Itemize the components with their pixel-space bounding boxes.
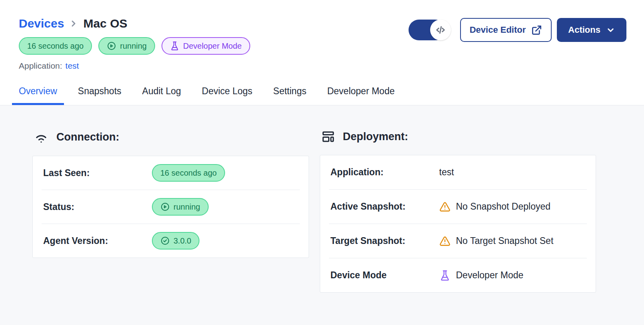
deployment-application-row: Application: test <box>320 155 596 189</box>
agent-version-value-badge: 3.0.0 <box>152 232 199 250</box>
device-mode-label: Device Mode <box>331 270 439 281</box>
warning-triangle-icon <box>439 201 451 212</box>
overview-panel: Connection: Last Seen: 16 seconds ago St… <box>0 105 644 325</box>
deployment-section: Deployment: Application: test Active Sna… <box>320 129 596 293</box>
last-seen-value-badge: 16 seconds ago <box>152 164 225 182</box>
tab-snapshots-label: Snapshots <box>78 86 122 96</box>
device-mode-value: Developer Mode <box>456 270 524 281</box>
header-left: Devices Mac OS 16 seconds ago running <box>19 17 250 71</box>
running-status-badge: running <box>98 37 155 55</box>
last-seen-badge-label: 16 seconds ago <box>27 41 84 51</box>
tab-settings-label: Settings <box>273 86 306 96</box>
warning-triangle-icon <box>439 236 451 247</box>
actions-button-label: Actions <box>568 25 600 35</box>
actions-button[interactable]: Actions <box>557 18 626 42</box>
connection-title-text: Connection: <box>56 131 119 143</box>
last-seen-row: Last Seen: 16 seconds ago <box>33 156 309 190</box>
tab-device-logs[interactable]: Device Logs <box>195 82 259 105</box>
application-label: Application: <box>19 61 62 71</box>
active-snapshot-value: No Snapshot Deployed <box>456 201 551 212</box>
last-seen-badge: 16 seconds ago <box>19 37 92 55</box>
status-value: running <box>173 202 200 212</box>
tab-snapshots[interactable]: Snapshots <box>71 82 128 105</box>
tab-developer-mode[interactable]: Developer Mode <box>320 82 401 105</box>
wifi-icon <box>34 129 49 145</box>
deployment-application-label: Application: <box>331 167 439 178</box>
tab-audit-log[interactable]: Audit Log <box>136 82 188 105</box>
deployment-section-title: Deployment: <box>320 129 596 144</box>
chevron-down-icon <box>606 26 615 35</box>
play-circle-icon <box>107 41 116 51</box>
deployment-application-value: test <box>439 167 454 178</box>
running-badge-label: running <box>120 41 147 51</box>
flask-icon <box>170 41 179 51</box>
developer-mode-badge-label: Developer Mode <box>183 41 242 51</box>
status-label: Status: <box>43 202 152 212</box>
agent-version-row: Agent Version: 3.0.0 <box>33 224 309 258</box>
header-actions: Device Editor Actions <box>409 18 626 42</box>
target-snapshot-value: No Target Snapshot Set <box>456 236 554 246</box>
tab-bar: Overview Snapshots Audit Log Device Logs… <box>0 82 644 105</box>
check-circle-icon <box>160 236 170 246</box>
external-link-icon <box>531 25 542 36</box>
flask-icon <box>439 270 451 281</box>
deployment-title-text: Deployment: <box>343 131 409 143</box>
tab-device-logs-label: Device Logs <box>202 86 253 96</box>
tab-overview[interactable]: Overview <box>12 82 64 105</box>
target-snapshot-label: Target Snapshot: <box>331 236 439 246</box>
tab-overview-label: Overview <box>19 86 57 96</box>
deployment-card: Application: test Active Snapshot: No Sn… <box>320 155 596 293</box>
tab-audit-log-label: Audit Log <box>142 86 181 96</box>
status-row: Status: running <box>33 190 309 224</box>
device-mode-row: Device Mode Developer Mode <box>320 258 596 292</box>
page-title: Mac OS <box>83 17 127 30</box>
chevron-right-icon <box>69 19 78 28</box>
device-editor-button[interactable]: Device Editor <box>460 18 552 42</box>
last-seen-value: 16 seconds ago <box>160 168 217 178</box>
page-header: Devices Mac OS 16 seconds ago running <box>0 0 644 71</box>
agent-version-value: 3.0.0 <box>173 236 191 246</box>
active-snapshot-row: Active Snapshot: No Snapshot Deployed <box>320 190 596 224</box>
breadcrumb-devices-link[interactable]: Devices <box>19 17 64 30</box>
last-seen-label: Last Seen: <box>43 168 152 178</box>
connection-section: Connection: Last Seen: 16 seconds ago St… <box>32 129 309 293</box>
agent-version-label: Agent Version: <box>43 236 152 246</box>
tab-developer-mode-label: Developer Mode <box>327 86 395 96</box>
deployment-grid-icon <box>321 129 335 144</box>
device-editor-button-label: Device Editor <box>470 25 526 35</box>
device-detail-page: Devices Mac OS 16 seconds ago running <box>0 0 644 325</box>
status-value-badge: running <box>152 198 209 216</box>
developer-mode-badge: Developer Mode <box>161 37 250 55</box>
tab-settings[interactable]: Settings <box>266 82 313 105</box>
application-line: Application: test <box>19 61 250 71</box>
target-snapshot-row: Target Snapshot: No Target Snapshot Set <box>320 224 596 258</box>
status-badge-row: 16 seconds ago running Developer Mode <box>19 37 250 55</box>
application-link[interactable]: test <box>66 61 79 71</box>
code-view-toggle[interactable] <box>409 19 451 41</box>
code-icon <box>430 20 451 40</box>
play-circle-icon <box>160 202 170 212</box>
connection-card: Last Seen: 16 seconds ago Status: <box>32 156 309 258</box>
breadcrumb: Devices Mac OS <box>19 17 250 30</box>
connection-section-title: Connection: <box>32 129 309 145</box>
active-snapshot-label: Active Snapshot: <box>331 201 439 212</box>
